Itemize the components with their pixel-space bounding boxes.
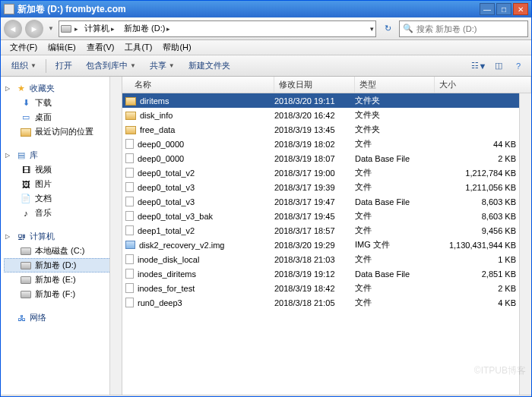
file-row[interactable]: deep0_total_v32018/3/17 19:39文件1,211,056… xyxy=(122,180,531,194)
search-icon: 🔍 xyxy=(403,24,413,33)
file-icon xyxy=(125,182,134,192)
sidebar-item-drive-e[interactable]: 新加卷 (E:) xyxy=(4,273,119,287)
minimize-button[interactable]: — xyxy=(480,3,495,15)
file-row[interactable]: deep0_00002018/3/19 18:07Data Base File2… xyxy=(122,151,531,165)
file-row[interactable]: inodes_diritems2018/3/19 19:12Data Base … xyxy=(122,266,531,281)
file-row[interactable]: deep0_total_v3_bak2018/3/17 19:45文件8,603… xyxy=(122,209,531,223)
search-box[interactable]: 🔍 xyxy=(399,20,528,37)
sidebar-scrollbar[interactable] xyxy=(109,77,122,395)
sidebar-item-drive-f[interactable]: 新加卷 (F:) xyxy=(4,287,119,301)
file-row[interactable]: deep0_total_v22018/3/17 19:00文件1,212,784… xyxy=(122,165,531,180)
share-button[interactable]: 共享 ▼ xyxy=(144,58,181,74)
breadcrumb-drive[interactable]: 新加卷 (D:) ▸ xyxy=(121,23,173,34)
db-icon xyxy=(125,269,134,279)
file-row[interactable]: disk2_recovery_v2.img2018/3/20 19:29IMG … xyxy=(122,238,531,252)
sidebar-computer[interactable]: ▷🖳计算机 xyxy=(4,229,119,244)
refresh-button[interactable]: ↻ xyxy=(379,20,396,37)
menu-view[interactable]: 查看(V) xyxy=(82,40,119,55)
newfolder-button[interactable]: 新建文件夹 xyxy=(182,58,236,74)
document-icon: 📄 xyxy=(21,194,31,204)
file-row[interactable]: inode_disk_local2018/3/18 21:03文件1 KB xyxy=(122,252,531,266)
file-row[interactable]: deep0_total_v32018/3/17 19:47Data Base F… xyxy=(122,194,531,209)
file-row[interactable]: diritems2018/3/20 19:11文件夹 xyxy=(122,93,531,108)
file-name: disk_info xyxy=(140,111,173,120)
menu-edit[interactable]: 编辑(E) xyxy=(43,40,81,55)
file-row[interactable]: deep0_00002018/3/19 18:02文件44 KB xyxy=(122,137,531,151)
history-dropdown[interactable]: ▼ xyxy=(46,20,55,38)
file-size: 1,211,056 KB xyxy=(435,183,531,192)
toolbar: 组织 ▼ 打开 包含到库中 ▼ 共享 ▼ 新建文件夹 ☷ ▼ ◫ ? xyxy=(1,55,531,77)
breadcrumb-computer[interactable]: 计算机 ▸ xyxy=(81,23,118,34)
file-icon xyxy=(125,211,134,221)
sidebar-item-music[interactable]: ♪音乐 xyxy=(4,206,119,220)
file-type: IMG 文件 xyxy=(355,239,435,250)
preview-pane-button[interactable]: ◫ xyxy=(490,58,507,74)
file-type: 文件夹 xyxy=(355,124,435,135)
back-button[interactable]: ◄ xyxy=(4,20,22,38)
file-size: 2,851 KB xyxy=(435,269,531,279)
file-size: 9,456 KB xyxy=(435,226,531,235)
file-type: 文件 xyxy=(355,225,435,236)
drive-icon xyxy=(21,262,31,269)
menu-help[interactable]: 帮助(H) xyxy=(158,40,195,55)
sidebar-item-drive-d[interactable]: 新加卷 (D:) xyxy=(4,258,119,273)
sidebar-item-desktop[interactable]: ▭桌面 xyxy=(4,110,119,124)
sidebar-item-downloads[interactable]: ⬇下载 xyxy=(4,96,119,110)
organize-button[interactable]: 组织 ▼ xyxy=(5,58,43,74)
menu-file[interactable]: 文件(F) xyxy=(5,40,42,55)
file-size: 1,130,431,944 KB xyxy=(435,241,531,250)
file-type: Data Base File xyxy=(355,269,435,279)
close-button[interactable]: ✕ xyxy=(513,3,528,15)
sidebar-item-documents[interactable]: 📄文档 xyxy=(4,191,119,206)
file-icon xyxy=(125,225,134,235)
file-row[interactable]: disk_info2018/3/20 16:42文件夹 xyxy=(122,108,531,122)
sidebar-libraries[interactable]: ▷▤库 xyxy=(4,148,119,162)
picture-icon: 🖼 xyxy=(21,179,31,190)
file-row[interactable]: deep1_total_v22018/3/17 18:57文件9,456 KB xyxy=(122,223,531,238)
sidebar-item-recent[interactable]: 最近访问的位置 xyxy=(4,124,119,139)
file-date: 2018/3/20 19:11 xyxy=(274,96,355,106)
file-list[interactable]: diritems2018/3/20 19:11文件夹disk_info2018/… xyxy=(122,93,531,395)
address-dropdown[interactable]: ▾ xyxy=(370,25,374,33)
sidebar-item-drive-c[interactable]: 本地磁盘 (C:) xyxy=(4,244,119,258)
drive-icon xyxy=(21,291,31,298)
file-icon xyxy=(125,168,134,178)
include-button[interactable]: 包含到库中 ▼ xyxy=(80,58,142,74)
sidebar-item-pictures[interactable]: 🖼图片 xyxy=(4,177,119,191)
view-options-button[interactable]: ☷ ▼ xyxy=(470,58,487,74)
file-size: 2 KB xyxy=(435,284,531,293)
file-size: 44 KB xyxy=(435,140,531,149)
file-name: inode_disk_local xyxy=(138,255,199,264)
file-date: 2018/3/20 19:29 xyxy=(274,241,355,250)
sidebar-favorites[interactable]: ▷★收藏夹 xyxy=(4,81,119,96)
desktop-icon: ▭ xyxy=(21,112,31,123)
content-scrollbar[interactable] xyxy=(519,93,531,395)
address-bar[interactable]: ▸ 计算机 ▸ 新加卷 (D:) ▸ ▾ xyxy=(59,20,376,37)
library-icon: ▤ xyxy=(16,150,27,161)
file-row[interactable]: free_data2018/3/19 13:45文件夹 xyxy=(122,122,531,137)
sidebar-network[interactable]: ▷🖧网络 xyxy=(4,310,119,325)
drive-icon xyxy=(21,276,31,284)
menu-tool[interactable]: 工具(T) xyxy=(120,40,157,55)
file-size: 8,603 KB xyxy=(435,212,531,221)
column-date[interactable]: 修改日期 xyxy=(274,77,355,93)
column-type[interactable]: 类型 xyxy=(355,77,435,93)
file-row[interactable]: run0_deep32018/3/18 21:05文件4 KB xyxy=(122,295,531,310)
file-list-pane: 名称 修改日期 类型 大小 diritems2018/3/20 19:11文件夹… xyxy=(122,77,531,395)
folder-icon xyxy=(125,126,136,134)
file-size: 8,603 KB xyxy=(435,197,531,206)
file-type: 文件 xyxy=(355,210,435,222)
search-input[interactable] xyxy=(416,24,524,33)
open-button[interactable]: 打开 xyxy=(49,58,78,74)
file-date: 2018/3/19 18:42 xyxy=(274,284,355,293)
help-button[interactable]: ? xyxy=(510,58,527,74)
file-type: 文件 xyxy=(355,181,435,193)
column-size[interactable]: 大小 xyxy=(435,77,531,93)
forward-button[interactable]: ► xyxy=(25,20,43,38)
file-row[interactable]: inodes_for_test2018/3/19 18:42文件2 KB xyxy=(122,281,531,295)
column-name[interactable]: 名称 xyxy=(122,77,274,93)
file-date: 2018/3/17 19:39 xyxy=(274,183,355,192)
window-title: 新加卷 (D:) frombyte.com xyxy=(17,3,480,16)
maximize-button[interactable]: □ xyxy=(496,3,511,15)
sidebar-item-videos[interactable]: 🎞视频 xyxy=(4,162,119,177)
